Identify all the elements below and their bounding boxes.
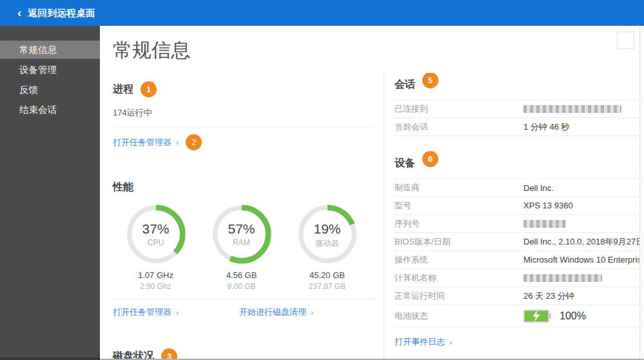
chevron-right-icon: ›	[176, 137, 179, 147]
gauge: 57% RAM 4.56 GB 8.00 GB	[199, 203, 284, 291]
sidebar-item[interactable]: 反馈	[0, 81, 100, 99]
performance-gauges: 37% CPU 1.07 GHz 2.90 Ghz 57% RAM 4.56 G…	[113, 203, 375, 291]
open-task-manager-link[interactable]: 打开任务管理器 ›	[113, 137, 179, 148]
sidebar-item[interactable]: 常规信息	[0, 41, 100, 59]
row-value	[523, 274, 644, 282]
gauge-label: RAM	[211, 238, 273, 247]
device-heading: 设备 6	[395, 155, 644, 172]
open-task-manager-link-2[interactable]: 打开任务管理器 ›	[113, 306, 239, 318]
open-task-manager-label-2: 打开任务管理器	[113, 306, 171, 318]
row-value: 1 分钟 46 秒	[523, 121, 644, 133]
row-label: 制造商	[395, 182, 523, 194]
table-row: 正常运行时间 26 天 23 分钟	[395, 287, 644, 305]
back-to-remote-desktop-button[interactable]: ‹ 返回到远程桌面	[17, 7, 95, 19]
gauge-value: 1.07 GHz	[138, 270, 173, 280]
main-panel: 常规信息 进程 1 174运行中 打开任务管理器 › 2 性能	[100, 26, 644, 360]
row-value: Dell Inc., 2.10.0, 2018年9月27日	[523, 236, 644, 248]
gauge-label: CPU	[125, 238, 187, 247]
performance-heading: 性能	[113, 181, 375, 194]
battery-icon	[523, 310, 551, 323]
row-value: Microsoft Windows 10 Enterprise 10	[523, 255, 644, 265]
row-value	[523, 220, 644, 228]
chevron-right-icon: ›	[311, 308, 313, 317]
table-row: 型号 XPS 13 9360	[395, 197, 644, 215]
app-window: ‹ 返回到远程桌面 常规信息设备管理反馈结束会话 常规信息 进程 1 174运行…	[0, 0, 644, 360]
sidebar: 常规信息设备管理反馈结束会话	[0, 26, 100, 360]
gauge: 37% CPU 1.07 GHz 2.90 Ghz	[113, 203, 199, 291]
row-label: 计算机名称	[395, 272, 523, 284]
redacted-value	[523, 220, 566, 228]
gauge-percent: 19%	[297, 221, 358, 237]
row-value: 26 天 23 分钟	[523, 290, 644, 302]
processes-heading: 进程 1	[113, 81, 375, 97]
processes-status: 174运行中	[113, 107, 375, 127]
row-label: 序列号	[395, 218, 523, 230]
sidebar-item[interactable]: 结束会话	[0, 101, 100, 119]
sidebar-item[interactable]: 设备管理	[0, 61, 100, 79]
page-title: 常规信息	[113, 36, 375, 65]
processes-heading-label: 进程	[113, 83, 133, 96]
right-column: 会话 5 已连接到 当前会话 1 分钟 46 秒 设备 6 制造商 Dell I…	[384, 73, 644, 360]
session-heading: 会话 5	[395, 77, 644, 93]
top-bar: ‹ 返回到远程桌面	[0, 0, 644, 26]
table-row: 计算机名称	[395, 269, 644, 287]
row-value: 100%	[523, 310, 644, 323]
table-row: 电池状态 100%	[395, 305, 644, 327]
left-column: 常规信息 进程 1 174运行中 打开任务管理器 › 2 性能	[100, 26, 384, 360]
table-row: 序列号	[395, 215, 644, 233]
gauge-value: 4.56 GB	[226, 270, 257, 280]
row-value	[523, 105, 644, 113]
chevron-right-icon: ›	[449, 337, 452, 347]
start-disk-cleanup-link[interactable]: 开始进行磁盘清理 ›	[239, 306, 313, 318]
gauge-value: 45.20 GB	[309, 270, 345, 280]
table-row: 制造商 Dell Inc.	[395, 179, 644, 197]
tour-badge-5[interactable]: 5	[422, 73, 438, 88]
gauge: 19% 驱动器 45.20 GB 237.87 GB	[284, 203, 370, 291]
gauge-percent: 57%	[211, 221, 273, 237]
row-label: 型号	[395, 200, 523, 212]
row-label: 操作系统	[395, 254, 523, 266]
gauge-subvalue: 8.00 GB	[227, 282, 255, 291]
open-event-log-label: 打开事件日志	[395, 336, 445, 348]
row-value: XPS 13 9360	[523, 201, 644, 210]
redacted-value	[523, 105, 621, 113]
table-row: 已连接到	[395, 100, 644, 118]
row-label: 电池状态	[395, 310, 523, 322]
gauge-subvalue: 237.87 GB	[309, 282, 346, 291]
gauge-subvalue: 2.90 Ghz	[140, 282, 171, 291]
tour-badge-2[interactable]: 2	[186, 134, 202, 150]
redacted-value	[523, 274, 602, 282]
gauge-percent: 37%	[125, 221, 187, 237]
row-label: 当前会话	[395, 121, 523, 133]
back-button-label: 返回到远程桌面	[28, 7, 95, 19]
sidebar-nav: 常规信息设备管理反馈结束会话	[0, 41, 100, 119]
table-row: 操作系统 Microsoft Windows 10 Enterprise 10	[395, 251, 644, 269]
table-row: 当前会话 1 分钟 46 秒	[395, 118, 644, 136]
row-label: BIOS版本/日期	[395, 236, 523, 248]
panel-corner-icon[interactable]	[617, 32, 634, 49]
start-disk-cleanup-label: 开始进行磁盘清理	[239, 306, 306, 318]
back-chevron-icon: ‹	[17, 6, 21, 19]
battery-percent: 100%	[560, 310, 586, 322]
session-heading-label: 会话	[395, 78, 415, 92]
device-heading-label: 设备	[395, 157, 415, 170]
device-table: 制造商 Dell Inc. 型号 XPS 13 9360 序列号 BIOS版本/…	[395, 179, 644, 327]
table-row: BIOS版本/日期 Dell Inc., 2.10.0, 2018年9月27日	[395, 233, 644, 251]
row-value: Dell Inc.	[523, 183, 644, 193]
chevron-right-icon: ›	[176, 308, 179, 317]
performance-heading-label: 性能	[113, 181, 133, 194]
row-label: 已连接到	[395, 103, 523, 115]
tour-badge-6[interactable]: 6	[422, 151, 438, 167]
gauge-label: 驱动器	[297, 238, 358, 249]
session-table: 已连接到 当前会话 1 分钟 46 秒	[395, 100, 644, 136]
open-event-log-link[interactable]: 打开事件日志 ›	[395, 336, 452, 348]
sidebar-bottom-edge	[0, 357, 100, 360]
open-task-manager-label: 打开任务管理器	[113, 137, 171, 148]
tour-badge-1[interactable]: 1	[141, 81, 157, 97]
scrollbar-track[interactable]	[639, 26, 644, 360]
row-label: 正常运行时间	[395, 290, 523, 302]
